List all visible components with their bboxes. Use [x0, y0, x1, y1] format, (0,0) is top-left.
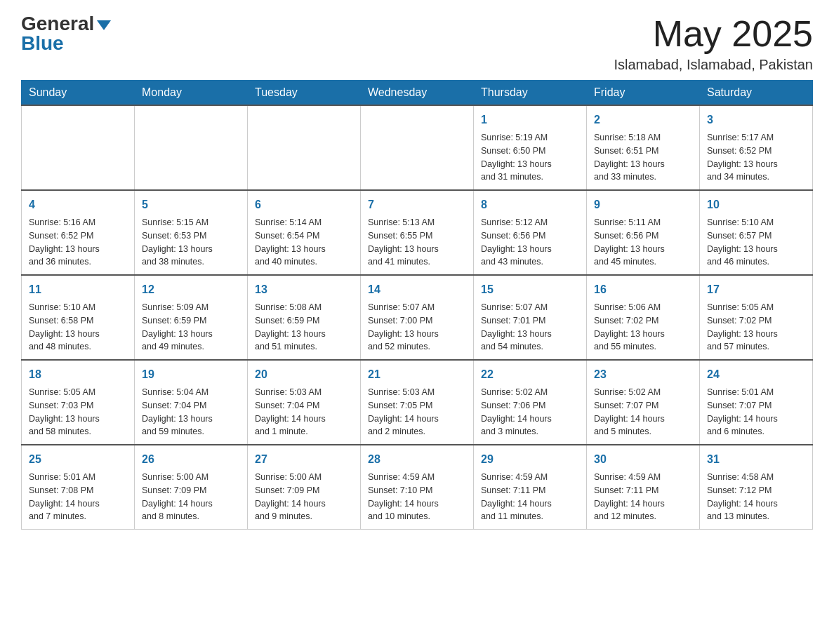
day-info: Sunrise: 5:04 AMSunset: 7:04 PMDaylight:… — [142, 386, 240, 438]
logo-general-text: General — [21, 14, 94, 34]
calendar-cell: 7Sunrise: 5:13 AMSunset: 6:55 PMDaylight… — [361, 190, 474, 275]
calendar-cell: 11Sunrise: 5:10 AMSunset: 6:58 PMDayligh… — [22, 275, 135, 360]
day-info: Sunrise: 5:00 AMSunset: 7:09 PMDaylight:… — [255, 471, 353, 523]
day-info: Sunrise: 5:05 AMSunset: 7:03 PMDaylight:… — [29, 386, 127, 438]
week-row-2: 4Sunrise: 5:16 AMSunset: 6:52 PMDaylight… — [22, 190, 813, 275]
calendar-cell: 3Sunrise: 5:17 AMSunset: 6:52 PMDaylight… — [700, 105, 813, 190]
calendar-cell: 9Sunrise: 5:11 AMSunset: 6:56 PMDaylight… — [587, 190, 700, 275]
calendar-header-row: Sunday Monday Tuesday Wednesday Thursday… — [22, 81, 813, 106]
day-info: Sunrise: 5:09 AMSunset: 6:59 PMDaylight:… — [142, 301, 240, 354]
logo-blue-text: Blue — [21, 34, 64, 53]
day-info: Sunrise: 4:59 AMSunset: 7:10 PMDaylight:… — [368, 471, 466, 523]
day-info: Sunrise: 5:13 AMSunset: 6:55 PMDaylight:… — [368, 216, 466, 269]
day-number: 7 — [368, 196, 466, 213]
day-info: Sunrise: 5:01 AMSunset: 7:08 PMDaylight:… — [29, 471, 127, 523]
week-row-1: 1Sunrise: 5:19 AMSunset: 6:50 PMDaylight… — [22, 105, 813, 190]
day-info: Sunrise: 5:10 AMSunset: 6:58 PMDaylight:… — [29, 301, 127, 354]
day-info: Sunrise: 5:10 AMSunset: 6:57 PMDaylight:… — [707, 216, 805, 269]
calendar-cell: 22Sunrise: 5:02 AMSunset: 7:06 PMDayligh… — [474, 360, 587, 445]
calendar-cell — [248, 105, 361, 190]
day-number: 6 — [255, 196, 353, 213]
day-number: 18 — [29, 366, 127, 383]
day-info: Sunrise: 5:07 AMSunset: 7:01 PMDaylight:… — [481, 301, 579, 354]
col-tuesday: Tuesday — [248, 81, 361, 106]
col-thursday: Thursday — [474, 81, 587, 106]
calendar-cell: 18Sunrise: 5:05 AMSunset: 7:03 PMDayligh… — [22, 360, 135, 445]
day-number: 1 — [481, 112, 579, 128]
calendar-cell: 30Sunrise: 4:59 AMSunset: 7:11 PMDayligh… — [587, 445, 700, 530]
col-wednesday: Wednesday — [361, 81, 474, 106]
day-number: 26 — [142, 451, 240, 468]
day-info: Sunrise: 5:08 AMSunset: 6:59 PMDaylight:… — [255, 301, 353, 354]
title-block: May 2025 Islamabad, Islamabad, Pakistan — [614, 14, 814, 73]
day-number: 5 — [142, 196, 240, 213]
calendar-cell: 28Sunrise: 4:59 AMSunset: 7:10 PMDayligh… — [361, 445, 474, 530]
day-info: Sunrise: 5:17 AMSunset: 6:52 PMDaylight:… — [707, 131, 805, 184]
day-info: Sunrise: 5:14 AMSunset: 6:54 PMDaylight:… — [255, 216, 353, 269]
day-number: 20 — [255, 366, 353, 383]
week-row-4: 18Sunrise: 5:05 AMSunset: 7:03 PMDayligh… — [22, 360, 813, 445]
day-info: Sunrise: 5:18 AMSunset: 6:51 PMDaylight:… — [594, 131, 692, 184]
calendar-cell: 23Sunrise: 5:02 AMSunset: 7:07 PMDayligh… — [587, 360, 700, 445]
day-info: Sunrise: 5:11 AMSunset: 6:56 PMDaylight:… — [594, 216, 692, 269]
day-info: Sunrise: 5:03 AMSunset: 7:04 PMDaylight:… — [255, 386, 353, 438]
calendar-cell: 20Sunrise: 5:03 AMSunset: 7:04 PMDayligh… — [248, 360, 361, 445]
day-number: 8 — [481, 196, 579, 213]
week-row-5: 25Sunrise: 5:01 AMSunset: 7:08 PMDayligh… — [22, 445, 813, 530]
day-number: 11 — [29, 281, 127, 298]
day-info: Sunrise: 5:05 AMSunset: 7:02 PMDaylight:… — [707, 301, 805, 354]
calendar-cell: 27Sunrise: 5:00 AMSunset: 7:09 PMDayligh… — [248, 445, 361, 530]
calendar-cell: 24Sunrise: 5:01 AMSunset: 7:07 PMDayligh… — [700, 360, 813, 445]
calendar-cell: 17Sunrise: 5:05 AMSunset: 7:02 PMDayligh… — [700, 275, 813, 360]
day-number: 3 — [707, 112, 805, 128]
calendar-cell: 26Sunrise: 5:00 AMSunset: 7:09 PMDayligh… — [135, 445, 248, 530]
logo: General Blue — [21, 14, 111, 53]
day-info: Sunrise: 5:19 AMSunset: 6:50 PMDaylight:… — [481, 131, 579, 184]
calendar-cell: 12Sunrise: 5:09 AMSunset: 6:59 PMDayligh… — [135, 275, 248, 360]
day-number: 2 — [594, 112, 692, 128]
day-info: Sunrise: 5:01 AMSunset: 7:07 PMDaylight:… — [707, 386, 805, 438]
day-number: 17 — [707, 281, 805, 298]
day-number: 29 — [481, 451, 579, 468]
day-number: 10 — [707, 196, 805, 213]
day-number: 13 — [255, 281, 353, 298]
day-number: 25 — [29, 451, 127, 468]
col-saturday: Saturday — [700, 81, 813, 106]
calendar-cell: 6Sunrise: 5:14 AMSunset: 6:54 PMDaylight… — [248, 190, 361, 275]
day-info: Sunrise: 4:58 AMSunset: 7:12 PMDaylight:… — [707, 471, 805, 523]
day-number: 22 — [481, 366, 579, 383]
day-number: 23 — [594, 366, 692, 383]
day-info: Sunrise: 4:59 AMSunset: 7:11 PMDaylight:… — [481, 471, 579, 523]
calendar-cell: 2Sunrise: 5:18 AMSunset: 6:51 PMDaylight… — [587, 105, 700, 190]
day-number: 15 — [481, 281, 579, 298]
day-number: 28 — [368, 451, 466, 468]
calendar-cell: 29Sunrise: 4:59 AMSunset: 7:11 PMDayligh… — [474, 445, 587, 530]
day-number: 14 — [368, 281, 466, 298]
calendar-cell: 16Sunrise: 5:06 AMSunset: 7:02 PMDayligh… — [587, 275, 700, 360]
calendar-cell: 15Sunrise: 5:07 AMSunset: 7:01 PMDayligh… — [474, 275, 587, 360]
day-info: Sunrise: 5:03 AMSunset: 7:05 PMDaylight:… — [368, 386, 466, 438]
calendar-cell: 25Sunrise: 5:01 AMSunset: 7:08 PMDayligh… — [22, 445, 135, 530]
calendar-cell: 10Sunrise: 5:10 AMSunset: 6:57 PMDayligh… — [700, 190, 813, 275]
day-info: Sunrise: 5:02 AMSunset: 7:07 PMDaylight:… — [594, 386, 692, 438]
page-header: General Blue May 2025 Islamabad, Islamab… — [21, 14, 813, 73]
day-number: 24 — [707, 366, 805, 383]
calendar-cell: 21Sunrise: 5:03 AMSunset: 7:05 PMDayligh… — [361, 360, 474, 445]
day-info: Sunrise: 5:15 AMSunset: 6:53 PMDaylight:… — [142, 216, 240, 269]
day-number: 21 — [368, 366, 466, 383]
day-number: 12 — [142, 281, 240, 298]
day-info: Sunrise: 5:07 AMSunset: 7:00 PMDaylight:… — [368, 301, 466, 354]
calendar-table: Sunday Monday Tuesday Wednesday Thursday… — [21, 80, 813, 530]
col-friday: Friday — [587, 81, 700, 106]
calendar-cell: 5Sunrise: 5:15 AMSunset: 6:53 PMDaylight… — [135, 190, 248, 275]
day-number: 30 — [594, 451, 692, 468]
day-number: 27 — [255, 451, 353, 468]
day-number: 31 — [707, 451, 805, 468]
col-sunday: Sunday — [22, 81, 135, 106]
day-number: 4 — [29, 196, 127, 213]
calendar-cell: 19Sunrise: 5:04 AMSunset: 7:04 PMDayligh… — [135, 360, 248, 445]
day-number: 9 — [594, 196, 692, 213]
calendar-cell: 4Sunrise: 5:16 AMSunset: 6:52 PMDaylight… — [22, 190, 135, 275]
col-monday: Monday — [135, 81, 248, 106]
calendar-cell: 8Sunrise: 5:12 AMSunset: 6:56 PMDaylight… — [474, 190, 587, 275]
